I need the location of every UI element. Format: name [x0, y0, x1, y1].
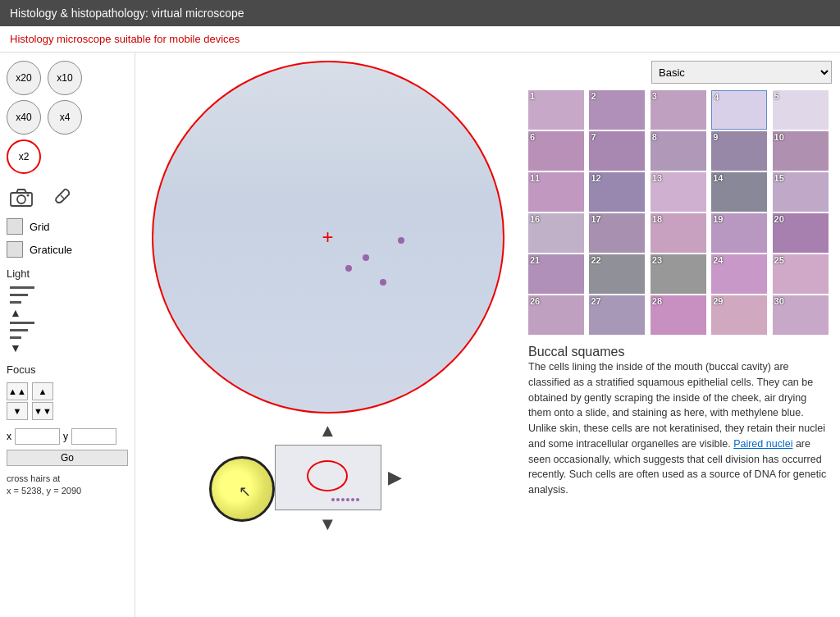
thumbnail-10[interactable]: 10	[773, 131, 829, 171]
cell-dot	[398, 237, 404, 244]
thumbnail-3[interactable]: 3	[651, 90, 706, 130]
y-input[interactable]	[71, 428, 116, 445]
mini-dot	[336, 498, 340, 501]
crosshair-indicator: +	[322, 226, 333, 249]
svg-line-3	[61, 195, 64, 199]
grid-toggle-row: Grid	[7, 218, 128, 235]
mag-x4-button[interactable]: x4	[48, 100, 82, 135]
thumbnail-27[interactable]: 27	[589, 295, 645, 335]
light-section-label: Light	[7, 267, 128, 280]
mini-dot	[346, 498, 349, 501]
thumbnail-2[interactable]: 2	[589, 90, 645, 130]
description-body: The cells lining the inside of the mouth…	[528, 359, 832, 498]
thumbnail-4[interactable]: 4	[711, 90, 767, 130]
wrench-icon[interactable]	[48, 182, 77, 212]
light-line-3	[10, 301, 21, 304]
nav-down-button[interactable]: ▼	[319, 514, 337, 535]
light-up-arrow[interactable]: ▲	[10, 307, 128, 318]
magnification-row-3: x2	[7, 139, 128, 174]
minimap-area: ▲ ▼	[275, 420, 381, 535]
grid-label: Grid	[30, 221, 50, 233]
thumbnail-15[interactable]: 15	[773, 172, 829, 212]
thumbnail-14[interactable]: 14	[711, 172, 767, 212]
thumbnail-9[interactable]: 9	[711, 131, 767, 171]
focus-down-fast-button[interactable]: ▼▼	[32, 402, 53, 420]
thumbnail-1[interactable]: 1	[528, 90, 584, 130]
mag-x20-button[interactable]: x20	[7, 61, 41, 95]
thumbnail-19[interactable]: 19	[711, 213, 767, 253]
right-panel: Basic Advanced Pathology 1 2 3 4 5 6 7 8…	[520, 53, 840, 617]
graticule-toggle[interactable]	[7, 241, 23, 258]
mag-x40-button[interactable]: x40	[7, 100, 41, 135]
light-line-2	[10, 294, 28, 296]
x-input[interactable]	[15, 428, 60, 445]
mag-x2-button[interactable]: x2	[7, 139, 41, 174]
graticule-label: Graticule	[30, 244, 72, 256]
graticule-toggle-row: Graticule	[7, 241, 128, 258]
focus-down-slow-button[interactable]: ▼	[7, 402, 28, 420]
thumbnail-23[interactable]: 23	[651, 254, 706, 294]
focus-section: ▲▲ ▲ ▼ ▼▼	[7, 382, 128, 420]
focus-arrows: ▲▲ ▲ ▼ ▼▼	[7, 382, 56, 420]
mag-x10-button[interactable]: x10	[48, 61, 82, 95]
paired-nuclei-link[interactable]: Paired nuclei	[733, 438, 792, 450]
light-control: ▲ ▼	[10, 285, 128, 354]
thumbnail-28[interactable]: 28	[651, 295, 706, 335]
thumbnail-16[interactable]: 16	[528, 213, 584, 253]
thumbnail-26[interactable]: 26	[528, 295, 584, 335]
thumbnail-11[interactable]: 11	[528, 172, 584, 212]
focus-up-slow-button[interactable]: ▲	[32, 382, 53, 400]
subtitle-bar: Histology microscope suitable for mobile…	[0, 26, 840, 53]
thumbnail-21[interactable]: 21	[528, 254, 584, 294]
light-circle: ↖	[209, 456, 275, 522]
description-body-before: The cells lining the inside of the mouth…	[528, 361, 825, 450]
thumbnail-24[interactable]: 24	[711, 254, 767, 294]
cell-dot	[345, 265, 352, 272]
thumbnail-5[interactable]: 5	[773, 90, 829, 130]
light-line-1	[10, 286, 34, 289]
minimap-indicator	[307, 460, 348, 491]
thumbnail-13[interactable]: 13	[651, 172, 706, 212]
minimap[interactable]	[275, 445, 381, 510]
category-select[interactable]: Basic Advanced Pathology	[651, 61, 832, 84]
cell-dot	[363, 254, 369, 261]
main-layout: x20 x10 x40 x4 x2	[0, 53, 840, 617]
thumbnail-18[interactable]: 18	[651, 213, 706, 253]
cell-dot	[380, 279, 386, 286]
y-label: y	[63, 431, 68, 442]
dropdown-row: Basic Advanced Pathology	[528, 61, 832, 84]
thumbnail-6[interactable]: 6	[528, 131, 584, 171]
thumbnail-29[interactable]: 29	[711, 295, 767, 335]
grid-toggle[interactable]	[7, 218, 23, 235]
svg-point-1	[17, 195, 25, 203]
go-button[interactable]: Go	[7, 450, 128, 466]
thumbnail-grid: 1 2 3 4 5 6 7 8 9 10 11 12 13 14 15 16 1…	[528, 90, 832, 335]
focus-up-fast-button[interactable]: ▲▲	[7, 382, 28, 400]
camera-icon[interactable]	[7, 182, 36, 212]
left-panel: x20 x10 x40 x4 x2	[0, 53, 135, 617]
thumbnail-20[interactable]: 20	[773, 213, 829, 253]
thumbnail-25[interactable]: 25	[773, 254, 829, 294]
thumbnail-7[interactable]: 7	[589, 131, 645, 171]
title-bar: Histology & histopathology: virtual micr…	[0, 0, 840, 26]
magnification-row-1: x20 x10	[7, 61, 128, 95]
nav-vertical-right: ▶	[388, 467, 402, 488]
app-title: Histology & histopathology: virtual micr…	[10, 7, 244, 20]
thumbnail-30[interactable]: 30	[773, 295, 829, 335]
microscope-view[interactable]: +	[152, 61, 504, 414]
light-down-arrow[interactable]: ▼	[10, 342, 128, 354]
minimap-container: ◀ ▲ ▼	[254, 420, 402, 535]
x-label: x	[7, 431, 11, 442]
light-line-6	[10, 336, 21, 339]
thumbnail-17[interactable]: 17	[589, 213, 645, 253]
cursor-icon: ↖	[239, 482, 251, 500]
svg-point-2	[27, 194, 30, 197]
nav-right-button[interactable]: ▶	[388, 467, 402, 488]
mini-dot	[331, 498, 335, 501]
thumbnail-22[interactable]: 22	[589, 254, 645, 294]
nav-up-button[interactable]: ▲	[319, 420, 337, 441]
magnification-row-2: x40 x4	[7, 100, 128, 135]
focus-section-label: Focus	[7, 363, 128, 376]
thumbnail-8[interactable]: 8	[651, 131, 706, 171]
thumbnail-12[interactable]: 12	[589, 172, 645, 212]
